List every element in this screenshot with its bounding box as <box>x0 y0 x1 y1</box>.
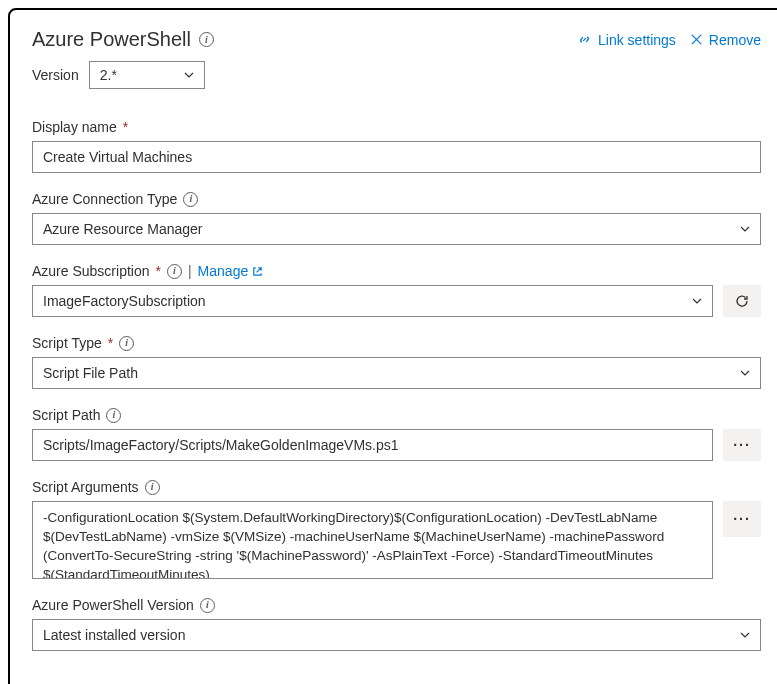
script-arguments-input-row: ··· <box>32 501 761 579</box>
version-label: Version <box>32 67 79 83</box>
remove-label: Remove <box>709 32 761 48</box>
info-icon[interactable]: i <box>200 598 215 613</box>
info-icon[interactable]: i <box>183 192 198 207</box>
required-asterisk: * <box>123 119 128 135</box>
close-icon <box>690 33 703 46</box>
required-asterisk: * <box>108 335 113 351</box>
info-icon[interactable]: i <box>167 264 182 279</box>
remove-button[interactable]: Remove <box>690 32 761 48</box>
ellipsis-icon: ··· <box>733 437 751 453</box>
display-name-input[interactable] <box>32 141 761 173</box>
script-type-label-row: Script Type * i <box>32 335 761 351</box>
script-path-input[interactable] <box>32 429 713 461</box>
link-icon <box>577 32 592 47</box>
display-name-label-row: Display name * <box>32 119 761 135</box>
script-arguments-field: Script Arguments i ··· <box>32 479 761 579</box>
title-text: Azure PowerShell <box>32 28 191 51</box>
display-name-field: Display name * <box>32 119 761 173</box>
header-row: Azure PowerShell i Link settings Remove <box>32 28 761 51</box>
ps-version-value: Latest installed version <box>43 627 185 643</box>
task-config-panel: Azure PowerShell i Link settings Remove … <box>8 8 777 684</box>
connection-type-value: Azure Resource Manager <box>43 221 203 237</box>
expand-button[interactable]: ··· <box>723 501 761 537</box>
chevron-down-icon <box>740 226 750 232</box>
script-path-field: Script Path i ··· <box>32 407 761 461</box>
subscription-select[interactable]: ImageFactorySubscription <box>32 285 713 317</box>
script-path-input-row: ··· <box>32 429 761 461</box>
page-title: Azure PowerShell i <box>32 28 214 51</box>
ps-version-select[interactable]: Latest installed version <box>32 619 761 651</box>
refresh-icon <box>734 293 750 309</box>
refresh-button[interactable] <box>723 285 761 317</box>
chevron-down-icon <box>692 298 702 304</box>
subscription-value: ImageFactorySubscription <box>43 293 206 309</box>
required-asterisk: * <box>156 263 161 279</box>
info-icon[interactable]: i <box>106 408 121 423</box>
script-type-field: Script Type * i Script File Path <box>32 335 761 389</box>
link-settings-label: Link settings <box>598 32 676 48</box>
script-type-select[interactable]: Script File Path <box>32 357 761 389</box>
version-select[interactable]: 2.* <box>89 61 205 89</box>
chevron-down-icon <box>184 72 194 78</box>
external-link-icon <box>252 266 263 277</box>
manage-link[interactable]: Manage <box>198 263 264 279</box>
browse-button[interactable]: ··· <box>723 429 761 461</box>
info-icon[interactable]: i <box>145 480 160 495</box>
chevron-down-icon <box>740 370 750 376</box>
link-settings-button[interactable]: Link settings <box>577 32 676 48</box>
ellipsis-icon: ··· <box>733 511 751 527</box>
display-name-label: Display name <box>32 119 117 135</box>
version-value: 2.* <box>100 67 117 83</box>
script-arguments-label-row: Script Arguments i <box>32 479 761 495</box>
script-path-label: Script Path <box>32 407 100 423</box>
header-actions: Link settings Remove <box>577 32 761 48</box>
subscription-label-row: Azure Subscription * i | Manage <box>32 263 761 279</box>
ps-version-label-row: Azure PowerShell Version i <box>32 597 761 613</box>
script-arguments-input[interactable] <box>32 501 713 579</box>
connection-type-label-row: Azure Connection Type i <box>32 191 761 207</box>
script-type-value: Script File Path <box>43 365 138 381</box>
version-row: Version 2.* <box>32 61 761 89</box>
ps-version-field: Azure PowerShell Version i Latest instal… <box>32 597 761 651</box>
chevron-down-icon <box>740 632 750 638</box>
connection-type-label: Azure Connection Type <box>32 191 177 207</box>
subscription-label: Azure Subscription <box>32 263 150 279</box>
subscription-field: Azure Subscription * i | Manage ImageFac… <box>32 263 761 317</box>
ps-version-label: Azure PowerShell Version <box>32 597 194 613</box>
connection-type-field: Azure Connection Type i Azure Resource M… <box>32 191 761 245</box>
connection-type-select[interactable]: Azure Resource Manager <box>32 213 761 245</box>
manage-label: Manage <box>198 263 249 279</box>
info-icon[interactable]: i <box>119 336 134 351</box>
script-type-label: Script Type <box>32 335 102 351</box>
label-divider: | <box>188 263 192 279</box>
info-icon[interactable]: i <box>199 32 214 47</box>
script-path-label-row: Script Path i <box>32 407 761 423</box>
subscription-input-row: ImageFactorySubscription <box>32 285 761 317</box>
script-arguments-label: Script Arguments <box>32 479 139 495</box>
